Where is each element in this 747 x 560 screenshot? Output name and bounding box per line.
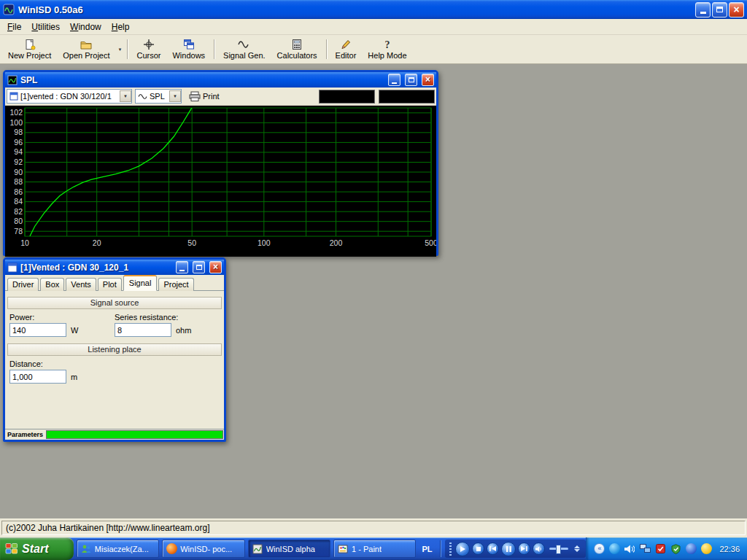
signal-gen-button[interactable]: Signal Gen. (217, 36, 271, 62)
calculator-icon (291, 39, 303, 50)
menu-help[interactable]: Help (107, 20, 135, 34)
menu-window[interactable]: Window (65, 20, 107, 34)
new-project-button[interactable]: New Project (2, 36, 57, 62)
spl-titlebar[interactable]: SPL × (5, 72, 436, 88)
distance-label: Distance: (9, 359, 43, 368)
svg-text:50: 50 (187, 238, 196, 247)
print-button[interactable]: Print (185, 90, 224, 104)
spl-close-button[interactable]: × (422, 74, 434, 86)
close-button[interactable]: × (729, 2, 744, 18)
svg-text:500: 500 (425, 238, 436, 247)
app-icon (3, 4, 15, 15)
minimize-button[interactable] (695, 2, 711, 18)
wmp-stop-button[interactable] (472, 542, 484, 555)
cursor-button[interactable]: Cursor (131, 36, 166, 62)
winisd-application: WinISD 0.50a6 × File Utilities Window He… (0, 0, 747, 560)
tab-driver[interactable]: Driver (7, 278, 39, 291)
network-tray-icon[interactable] (639, 543, 651, 555)
spl-chart-svg: 1021009896949290888684828078102050100200… (5, 106, 436, 254)
wmp-play-button[interactable] (455, 542, 470, 556)
spl-toolbar: [1]vented : GDN 30/120/1 ▼ SPL ▼ Print (5, 88, 436, 106)
resistance-unit: ohm (176, 326, 191, 335)
language-indicator[interactable]: PL (416, 537, 438, 560)
wmp-pause-button[interactable] (501, 542, 516, 556)
chevron-down-icon: ▼ (173, 94, 177, 98)
paint-icon (337, 543, 349, 555)
svg-text:96: 96 (14, 138, 23, 147)
tab-vents[interactable]: Vents (66, 278, 96, 291)
toolbar-grip[interactable] (449, 542, 452, 556)
close-icon: × (425, 75, 430, 84)
taskbar-button-winisd[interactable]: WinISD alpha (248, 540, 330, 558)
hide-tray-icons-button[interactable]: « (594, 543, 605, 554)
tab-plot[interactable]: Plot (98, 278, 122, 291)
editor-button[interactable]: Editor (330, 36, 363, 62)
tab-signal[interactable]: Signal (123, 275, 158, 291)
open-project-button[interactable]: Open Project (57, 36, 115, 62)
spl-maximize-button[interactable] (405, 74, 417, 86)
open-project-dropdown[interactable]: ▼ (116, 36, 125, 62)
svg-text:200: 200 (330, 238, 343, 247)
wmp-volume-slider[interactable] (549, 548, 568, 550)
svg-text:84: 84 (14, 197, 23, 206)
security-shield-icon[interactable] (670, 543, 681, 555)
toolbar-separator (326, 39, 327, 59)
wmp-volume-thumb[interactable] (556, 545, 561, 554)
svg-text:100: 100 (258, 238, 271, 247)
graph-type-arrow[interactable]: ▼ (169, 90, 181, 102)
project-window-icon (7, 262, 18, 273)
project-icon (9, 92, 18, 101)
antivirus-tray-icon[interactable] (654, 543, 666, 555)
tab-box[interactable]: Box (40, 278, 64, 291)
messenger-tray-icon[interactable] (685, 543, 697, 555)
parameters-progress-bar (46, 430, 223, 439)
project-minimize-button[interactable] (176, 261, 188, 273)
toolbar-expand-button[interactable] (573, 545, 581, 552)
printer-icon (189, 91, 201, 102)
taskbar: Start Misiaczek(Za... WinISD- poc... Win… (0, 537, 747, 560)
calculators-button[interactable]: Calculators (271, 36, 323, 62)
tab-project[interactable]: Project (158, 278, 193, 291)
svg-text:88: 88 (14, 177, 23, 186)
svg-text:92: 92 (14, 158, 23, 166)
driver-select-arrow[interactable]: ▼ (120, 90, 131, 102)
wmp-mute-button[interactable] (533, 542, 545, 555)
windows-button[interactable]: Windows (166, 36, 211, 62)
project-close-button[interactable]: × (209, 261, 222, 273)
wmp-next-button[interactable] (518, 542, 530, 555)
spl-chart[interactable]: 1021009896949290888684828078102050100200… (5, 106, 436, 257)
distance-input[interactable] (9, 370, 66, 384)
svg-text:100: 100 (9, 118, 23, 127)
maximize-icon (196, 265, 202, 270)
update-tray-icon[interactable] (700, 543, 712, 555)
wmp-prev-button[interactable] (487, 542, 499, 555)
menu-utilities[interactable]: Utilities (26, 20, 65, 34)
status-bar: (c)2002 Juha Hartikainen [http://www.lin… (0, 518, 747, 537)
chevron-down-icon (574, 549, 580, 552)
wmp-tray-icon[interactable] (608, 543, 620, 555)
maximize-button[interactable] (712, 2, 727, 18)
taskbar-button-paint[interactable]: 1 - Paint (333, 540, 416, 558)
resistance-input[interactable] (115, 323, 171, 337)
help-mode-button[interactable]: ? Help Mode (362, 36, 412, 62)
graph-type-combo[interactable]: SPL ▼ (135, 89, 182, 104)
project-titlebar[interactable]: [1]Vented : GDN 30_120_1 × (5, 260, 224, 275)
spl-minimize-button[interactable] (388, 74, 400, 86)
windows-flag-icon (5, 542, 18, 555)
svg-text:98: 98 (14, 128, 23, 136)
sine-wave-icon (138, 93, 147, 101)
taskbar-button-firefox[interactable]: WinISD- poc... (162, 540, 244, 558)
driver-select-combo[interactable]: [1]vented : GDN 30/120/1 ▼ (7, 89, 132, 104)
print-label: Print (203, 92, 220, 101)
start-button[interactable]: Start (0, 537, 74, 560)
calculators-label: Calculators (277, 51, 317, 60)
volume-tray-icon[interactable] (624, 543, 635, 555)
project-maximize-button[interactable] (193, 261, 205, 273)
power-input[interactable] (9, 323, 66, 337)
taskbar-button-messenger[interactable]: Misiaczek(Za... (77, 540, 159, 558)
chevron-down-icon: ▼ (123, 94, 128, 98)
chevron-down-icon: ▼ (118, 47, 123, 52)
question-mark-icon: ? (382, 39, 393, 50)
menu-file[interactable]: File (2, 20, 26, 34)
svg-text:86: 86 (14, 187, 23, 196)
